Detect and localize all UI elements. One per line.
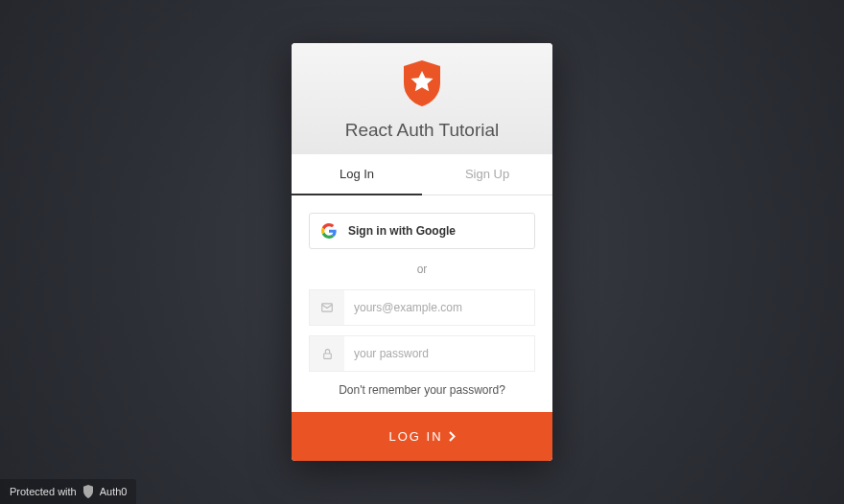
auth0-badge-icon: [82, 485, 94, 498]
badge-brand: Auth0: [100, 486, 128, 497]
login-card: React Auth Tutorial Log In Sign Up Sign …: [292, 43, 552, 461]
auth0-shield-logo: [400, 58, 444, 108]
password-field[interactable]: [344, 336, 534, 371]
google-signin-label: Sign in with Google: [348, 224, 456, 238]
protected-with-badge[interactable]: Protected with Auth0: [0, 479, 136, 504]
email-field[interactable]: [344, 290, 534, 325]
tab-signup[interactable]: Sign Up: [422, 154, 552, 195]
app-title: React Auth Tutorial: [292, 120, 552, 141]
google-signin-button[interactable]: Sign in with Google: [309, 213, 535, 249]
forgot-password-link[interactable]: Don't remember your password?: [309, 383, 535, 397]
divider-text: or: [309, 263, 535, 276]
google-icon: [321, 223, 337, 239]
svg-rect-1: [323, 353, 331, 357]
card-header: React Auth Tutorial: [292, 43, 552, 154]
chevron-right-icon: [449, 431, 456, 442]
email-icon: [310, 290, 344, 325]
submit-label: LOG IN: [388, 429, 442, 444]
lock-icon: [310, 336, 344, 371]
auth-tabs: Log In Sign Up: [292, 154, 552, 195]
login-submit-button[interactable]: LOG IN: [292, 412, 552, 461]
tab-login[interactable]: Log In: [292, 154, 422, 195]
password-input-group: [309, 335, 535, 372]
form-content: Sign in with Google or Don't remember yo…: [292, 195, 552, 412]
email-input-group: [309, 289, 535, 326]
badge-prefix: Protected with: [10, 486, 77, 497]
